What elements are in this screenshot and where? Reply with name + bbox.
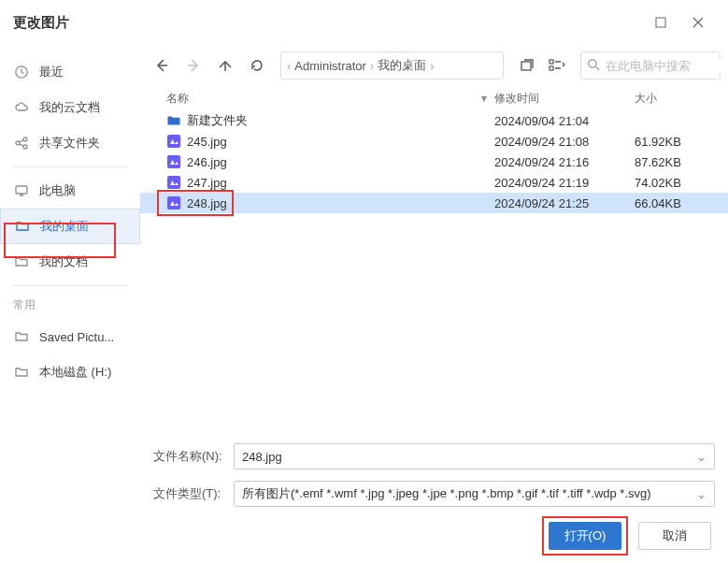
file-name: 245.jpg	[187, 135, 494, 149]
file-row[interactable]: 246.jpg2024/09/24 21:1687.62KB	[140, 152, 728, 172]
svg-point-2	[16, 141, 20, 145]
filetype-combo[interactable]: 所有图片(*.emf *.wmf *.jpg *.jpeg *.jpe *.pn…	[234, 481, 715, 507]
chevron-right-icon: ›	[430, 59, 434, 73]
open-button[interactable]: 打开(O)	[549, 522, 621, 550]
search-input[interactable]	[606, 59, 728, 73]
sidebar-item-shared[interactable]: 共享文件夹	[0, 125, 140, 161]
file-name: 新建文件夹	[187, 112, 494, 129]
sidebar-item-label: Saved Pictu...	[39, 330, 114, 344]
svg-point-9	[589, 59, 596, 66]
column-name[interactable]: 名称▾	[166, 91, 494, 107]
cloud-icon	[13, 99, 30, 116]
back-button[interactable]	[148, 51, 176, 79]
toolbar: ‹ Administrator › 我的桌面 ›	[140, 45, 728, 82]
cancel-button[interactable]: 取消	[638, 522, 711, 550]
forward-button[interactable]	[179, 51, 207, 79]
search-box[interactable]	[580, 51, 721, 79]
sidebar-item-label: 此电脑	[39, 182, 76, 199]
file-modified: 2024/09/04 21:04	[494, 114, 635, 128]
file-list: 新建文件夹2024/09/04 21:04245.jpg2024/09/24 2…	[140, 110, 728, 432]
svg-rect-11	[167, 155, 180, 168]
svg-point-4	[23, 145, 27, 149]
sidebar-item-desktop[interactable]: 我的桌面	[0, 209, 140, 244]
sidebar-item-label: 我的云文档	[39, 99, 100, 116]
window-title: 更改图片	[11, 14, 69, 32]
filename-value: 248.jpg	[242, 450, 282, 464]
sidebar: 最近 我的云文档 共享文件夹 此电脑 我的桌面 我的文档	[0, 45, 140, 563]
sidebar-item-label: 最近	[39, 64, 64, 80]
svg-rect-12	[167, 176, 180, 189]
file-name: 248.jpg	[187, 196, 494, 210]
column-modified[interactable]: 修改时间	[494, 91, 635, 107]
right-panel: ‹ Administrator › 我的桌面 › 名称▾ 修改时间	[140, 45, 728, 563]
file-row[interactable]: 248.jpg2024/09/24 21:2566.04KB	[140, 193, 728, 213]
image-file-icon	[166, 175, 181, 190]
sidebar-item-label: 本地磁盘 (H:)	[39, 364, 111, 381]
file-modified: 2024/09/24 21:25	[494, 196, 635, 210]
svg-rect-10	[167, 135, 180, 148]
breadcrumb-part[interactable]: 我的桌面	[378, 57, 426, 74]
file-name: 246.jpg	[187, 155, 494, 169]
image-file-icon	[166, 154, 181, 169]
svg-rect-0	[656, 18, 665, 27]
sidebar-item-recent[interactable]: 最近	[0, 54, 140, 90]
file-size: 74.02KB	[635, 176, 719, 190]
svg-rect-8	[550, 66, 553, 70]
sidebar-item-label: 我的文档	[39, 253, 88, 270]
breadcrumb-part[interactable]: Administrator	[294, 59, 366, 73]
column-headers: 名称▾ 修改时间 大小	[140, 82, 728, 110]
file-row[interactable]: 247.jpg2024/09/24 21:1974.02KB	[140, 172, 728, 193]
chevron-down-icon: ⌄	[696, 450, 707, 464]
sidebar-item-thispc[interactable]: 此电脑	[0, 173, 140, 209]
sidebar-item-savedpics[interactable]: Saved Pictu...	[0, 319, 140, 354]
file-modified: 2024/09/24 21:08	[494, 135, 635, 149]
titlebar: 更改图片	[0, 0, 728, 45]
new-window-button[interactable]	[513, 51, 541, 79]
svg-rect-13	[167, 196, 180, 209]
chevron-right-icon: ›	[370, 59, 374, 73]
sidebar-item-label: 我的桌面	[40, 218, 89, 235]
image-file-icon	[166, 195, 181, 210]
file-row[interactable]: 新建文件夹2024/09/04 21:04	[140, 110, 728, 131]
close-button[interactable]	[679, 0, 717, 45]
file-modified: 2024/09/24 21:19	[494, 176, 635, 190]
breadcrumb[interactable]: ‹ Administrator › 我的桌面 ›	[280, 51, 504, 79]
up-button[interactable]	[211, 51, 239, 79]
svg-point-3	[23, 137, 27, 141]
sidebar-separator	[13, 166, 127, 167]
chevron-down-icon: ⌄	[696, 487, 707, 501]
sort-indicator-icon: ▾	[481, 92, 487, 105]
folder-icon	[13, 364, 30, 381]
refresh-button[interactable]	[243, 51, 271, 79]
file-size: 87.62KB	[635, 155, 719, 169]
monitor-icon	[13, 182, 30, 199]
image-file-icon	[166, 134, 181, 149]
maximize-button[interactable]	[642, 0, 679, 45]
sidebar-item-label: 共享文件夹	[39, 135, 100, 152]
filename-combo[interactable]: 248.jpg ⌄	[234, 443, 715, 469]
bottom-bar: 文件名称(N): 248.jpg ⌄ 文件类型(T): 所有图片(*.emf *…	[140, 432, 728, 563]
search-icon	[587, 58, 600, 74]
file-size: 61.92KB	[635, 135, 719, 149]
sidebar-item-documents[interactable]: 我的文档	[0, 244, 140, 280]
file-row[interactable]: 245.jpg2024/09/24 21:0861.92KB	[140, 131, 728, 152]
folder-icon	[13, 328, 30, 345]
folder-icon	[166, 113, 181, 128]
sidebar-item-cloud[interactable]: 我的云文档	[0, 90, 140, 125]
column-size[interactable]: 大小	[635, 91, 719, 107]
filename-label: 文件名称(N):	[153, 448, 224, 465]
file-modified: 2024/09/24 21:16	[494, 155, 635, 169]
chevron-left-icon: ‹	[287, 59, 291, 73]
folder-icon	[14, 218, 31, 235]
share-icon	[13, 135, 30, 152]
filetype-label: 文件类型(T):	[153, 485, 224, 502]
filetype-value: 所有图片(*.emf *.wmf *.jpg *.jpeg *.jpe *.pn…	[242, 485, 651, 502]
svg-rect-7	[550, 60, 553, 64]
sidebar-separator	[13, 285, 127, 286]
folder-icon	[13, 253, 30, 270]
sidebar-item-drive-h[interactable]: 本地磁盘 (H:)	[0, 354, 140, 390]
svg-rect-5	[16, 186, 27, 194]
svg-rect-6	[521, 62, 531, 70]
view-mode-button[interactable]	[543, 51, 571, 79]
file-size: 66.04KB	[635, 196, 719, 210]
